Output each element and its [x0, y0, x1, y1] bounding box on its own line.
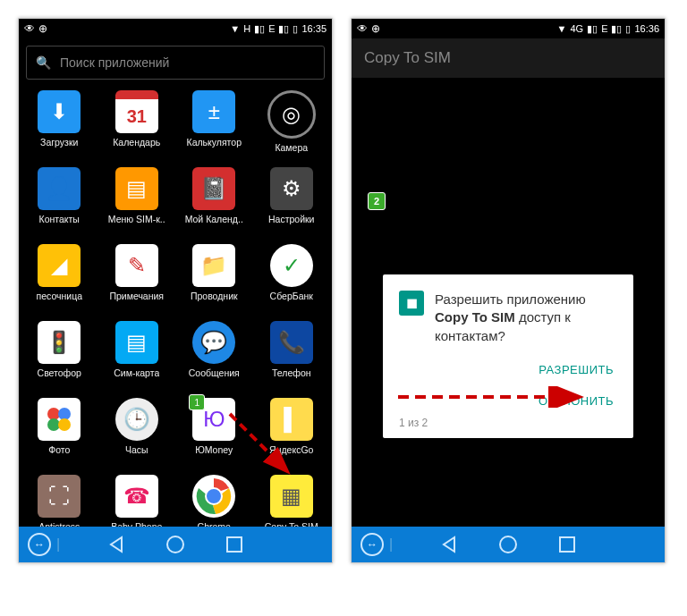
home-button[interactable]	[165, 534, 186, 555]
svg-point-11	[500, 536, 516, 553]
app-label: Мой Календ..	[185, 214, 243, 224]
app-мой-календ-[interactable]: 📓Мой Календ..	[175, 164, 253, 240]
app-яндексgo[interactable]: ▌ЯндексGo	[253, 394, 331, 471]
app-icon: ⬇	[38, 90, 81, 133]
app-label: Светофор	[38, 367, 81, 378]
recent-button[interactable]	[224, 534, 245, 555]
app-chrome[interactable]: Chrome	[175, 471, 253, 527]
dialog-text: Разрешить приложению Copy To SIM доступ …	[435, 291, 617, 345]
search-icon: 🔍	[36, 55, 51, 70]
app-baby-phone[interactable]: ☎Baby Phone	[98, 471, 176, 527]
nav-bar: ↔ |	[352, 527, 665, 562]
app-icon: 📓	[192, 167, 235, 210]
back-button[interactable]	[438, 534, 460, 555]
app-icon: ◢	[38, 244, 81, 287]
app-телефон[interactable]: 📞Телефон	[253, 317, 331, 394]
signal-icon: ▮▯	[254, 23, 265, 35]
app-label: Меню SIM-к..	[108, 214, 165, 224]
allow-button[interactable]: РАЗРЕШИТЬ	[535, 358, 617, 382]
app-песочница[interactable]: ◢песочница	[21, 240, 98, 317]
app-icon: ⛶	[38, 475, 81, 518]
svg-point-6	[206, 488, 222, 504]
permission-dialog: ◼ Разрешить приложению Copy To SIM досту…	[383, 274, 633, 438]
app-search-input[interactable]: 🔍 Поиск приложений	[26, 46, 325, 80]
deny-button[interactable]: ОТКЛОНИТЬ	[535, 389, 617, 413]
app-фото[interactable]: Фото	[21, 394, 98, 471]
annotation-marker-2: 2	[368, 192, 386, 210]
app-label: Фото	[48, 444, 70, 455]
app-сообщения[interactable]: 💬Сообщения	[175, 317, 253, 394]
app-меню-sim-к-[interactable]: ▤Меню SIM-к..	[98, 164, 176, 240]
notif-icon: ⊕	[38, 22, 47, 35]
app-label: Примечания	[109, 291, 164, 301]
app-icon: ☎	[115, 475, 158, 518]
app-примечания[interactable]: ✎Примечания	[98, 240, 176, 317]
app-icon: ✎	[115, 244, 158, 287]
app-label: Сим-карта	[114, 367, 159, 378]
app-icon: 👤	[38, 167, 81, 210]
app-icon: ◎	[267, 90, 316, 139]
notif-icon: ⊕	[371, 22, 380, 35]
svg-rect-12	[560, 537, 574, 552]
app-icon: 📁	[192, 244, 235, 287]
app-сбербанк[interactable]: ✓СберБанк	[253, 240, 331, 317]
dialog-counter: 1 из 2	[399, 417, 617, 429]
wifi-icon: ▼	[230, 23, 240, 34]
nav-bar: ↔ |	[19, 527, 332, 562]
svg-point-8	[167, 536, 183, 553]
svg-point-2	[47, 418, 60, 431]
app-юmoney[interactable]: Ю1ЮMoney	[175, 394, 253, 471]
app-настройки[interactable]: ⚙Настройки	[253, 164, 331, 240]
net-label: H	[243, 23, 250, 34]
app-icon: ▦	[270, 475, 313, 518]
app-камера[interactable]: ◎Камера	[253, 87, 331, 164]
app-label: Калькулятор	[187, 137, 242, 148]
svg-point-0	[47, 408, 60, 420]
app-label: Настройки	[268, 214, 315, 224]
app-загрузки[interactable]: ⬇Загрузки	[21, 87, 98, 164]
app-label: Камера	[275, 142, 308, 153]
app-проводник[interactable]: 📁Проводник	[175, 240, 253, 317]
app-copy-to-sim[interactable]: ▦Copy To SIM	[253, 471, 331, 527]
app-icon	[38, 398, 81, 441]
app-label: Телефон	[272, 367, 311, 378]
app-контакты[interactable]: 👤Контакты	[21, 164, 98, 240]
status-bar: 👁 ⊕ ▼ H ▮▯ E ▮▯ ▯ 16:35	[19, 19, 332, 38]
svg-rect-9	[227, 537, 242, 552]
app-светофор[interactable]: 🚦Светофор	[21, 317, 98, 394]
recent-button[interactable]	[556, 534, 578, 555]
app-titlebar: Copy To SIM	[352, 38, 665, 78]
app-label: Календарь	[113, 137, 160, 148]
teamviewer-icon[interactable]: ↔	[28, 533, 51, 556]
app-icon: ⚙	[270, 167, 313, 210]
net-label: E	[601, 23, 607, 34]
status-bar: 👁 ⊕ ▼ 4G ▮▯ E ▮▯ ▯ 16:36	[352, 19, 665, 38]
app-часы[interactable]: 🕒Часы	[98, 394, 176, 471]
app-label: Контакты	[39, 214, 80, 224]
app-label: Сообщения	[189, 367, 240, 378]
app-сим-карта[interactable]: ▤Сим-карта	[98, 317, 176, 394]
home-button[interactable]	[497, 534, 519, 555]
app-label: СберБанк	[270, 291, 313, 301]
app-календарь[interactable]: 31Календарь	[98, 87, 176, 164]
teamviewer-icon[interactable]: ↔	[360, 533, 384, 556]
app-label: Проводник	[191, 291, 238, 301]
app-icon: ▌	[270, 398, 313, 441]
app-antistress[interactable]: ⛶Antistress	[21, 471, 98, 527]
app-label: ЮMoney	[195, 444, 233, 455]
back-button[interactable]	[106, 534, 127, 555]
svg-point-1	[58, 408, 71, 420]
app-title: Copy To SIM	[364, 49, 451, 67]
app-label: Часы	[125, 444, 148, 455]
battery-icon: ▯	[293, 23, 298, 35]
battery-icon: ▯	[625, 23, 631, 35]
app-badge: 1	[189, 394, 205, 410]
phone-right: 👁 ⊕ ▼ 4G ▮▯ E ▮▯ ▯ 16:36 Copy To SIM ◼ Р…	[351, 18, 666, 563]
app-label: Загрузки	[40, 137, 78, 148]
net-label: E	[268, 23, 275, 34]
clock: 16:35	[301, 23, 327, 34]
app-label: ЯндексGo	[269, 444, 313, 455]
app-icon: ▤	[115, 167, 158, 210]
app-icon: 🕒	[115, 398, 158, 441]
app-калькулятор[interactable]: ±Калькулятор	[175, 87, 253, 164]
